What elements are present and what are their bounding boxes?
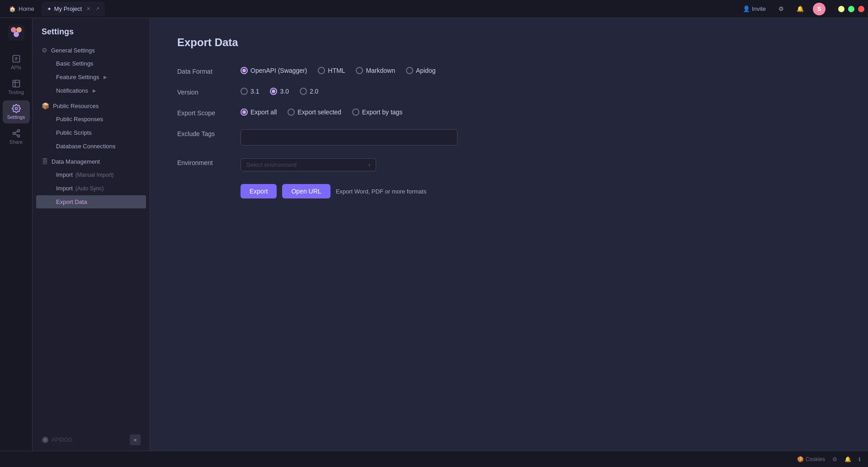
settings-label: Settings [7,114,25,120]
apidog-logo-icon [42,436,49,443]
radio-v31[interactable]: 3.1 [241,88,259,95]
bottom-info-button[interactable]: ℹ [859,456,861,462]
radio-v20[interactable]: 2.0 [300,88,318,95]
minimize-button[interactable]: − [838,6,844,12]
bottom-settings-button[interactable]: ⚙ [832,456,837,462]
version-row: Version 3.1 3.0 2.0 [177,88,841,96]
radio-openapi-button[interactable] [241,67,248,74]
tab-my-project[interactable]: ✦ My Project ✕ ↗ [42,2,105,16]
invite-button[interactable]: 👤 Invite [739,4,769,14]
bottom-bell-button[interactable]: 🔔 [844,456,851,462]
radio-markdown-button[interactable] [356,67,363,74]
invite-icon: 👤 [743,5,750,12]
data-format-controls: OpenAPI (Swagger) HTML Markdown Apidog [241,67,436,74]
radio-export-all-label: Export all [250,108,277,116]
sidebar-item-public-responses[interactable]: Public Responses [36,113,146,126]
radio-markdown[interactable]: Markdown [356,67,395,74]
export-data-label: Export Data [56,198,87,205]
cookies-icon: 🍪 [797,456,804,462]
cookies-button[interactable]: 🍪 Cookies [797,456,825,462]
notifications-label: Notifications [56,87,88,94]
import-auto-label: Import [56,185,73,192]
maximize-button[interactable]: □ [848,6,854,12]
radio-export-all-button[interactable] [241,108,248,116]
data-management-icon: 🗄 [42,158,48,165]
main-area: APIs Testing Settings Share Settings [0,18,868,451]
radio-apidog[interactable]: Apidog [406,67,436,74]
radio-v20-button[interactable] [300,88,307,95]
svg-point-3 [14,32,19,37]
radio-v31-label: 3.1 [250,88,259,95]
apidog-logo-text: APIDOG [52,437,73,443]
testing-icon [12,79,21,88]
sidebar-item-basic-settings[interactable]: Basic Settings [36,57,146,70]
export-button[interactable]: Export [241,184,277,198]
open-url-button[interactable]: Open URL [282,184,330,198]
svg-point-7 [13,132,15,135]
radio-openapi-label: OpenAPI (Swagger) [250,67,307,74]
sidebar-item-import-auto[interactable]: Import (Auto Sync) [36,182,146,195]
environment-select[interactable]: Select environment › [241,158,376,171]
svg-point-8 [17,135,19,137]
more-formats-button[interactable]: Export Word, PDF or more formats [336,184,427,198]
svg-point-2 [16,27,22,33]
sidebar-item-import-manual[interactable]: Import (Manual Import) [36,168,146,181]
exclude-tags-label: Exclude Tags [177,129,241,137]
testing-label: Testing [8,90,24,95]
svg-point-6 [17,130,19,132]
radio-export-selected-button[interactable] [288,108,295,116]
data-management-label: Data Management [52,158,100,165]
radio-v30-inner [272,90,275,93]
public-resources-label: Public Resources [53,103,99,109]
general-settings-header[interactable]: ⚙ General Settings [33,44,150,57]
bottom-bell-icon: 🔔 [844,456,851,462]
radio-export-by-tags-button[interactable] [352,108,359,116]
radio-v30[interactable]: 3.0 [270,88,288,95]
radio-v30-button[interactable] [270,88,277,95]
radio-apidog-button[interactable] [406,67,413,74]
window-controls: − □ ✕ [838,6,864,12]
data-management-header[interactable]: 🗄 Data Management [33,155,150,168]
exclude-tags-input[interactable] [241,129,458,146]
version-label: Version [177,88,241,96]
tab-home[interactable]: 🏠 Home [4,2,40,16]
sidebar-item-settings[interactable]: Settings [3,100,30,123]
sidebar-title: Settings [33,18,150,44]
sidebar-section-general: ⚙ General Settings Basic Settings Featur… [33,44,150,98]
radio-export-by-tags[interactable]: Export by tags [352,108,403,116]
basic-settings-label: Basic Settings [56,60,93,67]
sidebar-item-apis[interactable]: APIs [3,51,30,74]
database-connections-label: Database Connections [56,143,116,150]
sidebar-item-testing[interactable]: Testing [3,75,30,99]
tab-close-icon[interactable]: ✕ [85,5,92,13]
radio-openapi[interactable]: OpenAPI (Swagger) [241,67,307,74]
collapse-sidebar-button[interactable]: « [130,434,141,445]
radio-html-button[interactable] [318,67,325,74]
radio-export-all-inner [242,110,246,114]
radio-v30-label: 3.0 [280,88,288,95]
sidebar-item-notifications[interactable]: Notifications ▶ [36,84,146,97]
sidebar-item-feature-settings[interactable]: Feature Settings ▶ [36,71,146,84]
sidebar-item-public-scripts[interactable]: Public Scripts [36,126,146,139]
radio-export-selected[interactable]: Export selected [288,108,341,116]
sidebar-item-database-connections[interactable]: Database Connections [36,140,146,153]
sidebar-item-export-data[interactable]: Export Data [36,195,146,208]
radio-html-label: HTML [328,67,345,74]
sidebar-item-share[interactable]: Share [3,125,30,148]
chevron-right-icon: › [368,162,370,168]
page-title: Export Data [177,36,841,49]
public-resources-header[interactable]: 📦 Public Resources [33,99,150,112]
radio-html[interactable]: HTML [318,67,345,74]
settings-button[interactable]: ⚙ [775,4,788,14]
exclude-tags-row: Exclude Tags [177,129,841,146]
settings-icon [12,104,21,113]
gear-icon: ⚙ [778,5,784,12]
notifications-button[interactable]: 🔔 [793,4,807,14]
radio-openapi-inner [242,69,246,72]
avatar[interactable]: S [813,3,826,15]
chevron-right-icon: ▶ [93,88,96,93]
public-responses-label: Public Responses [56,116,103,123]
close-button[interactable]: ✕ [858,6,864,12]
radio-export-all[interactable]: Export all [241,108,277,116]
radio-v31-button[interactable] [241,88,248,95]
